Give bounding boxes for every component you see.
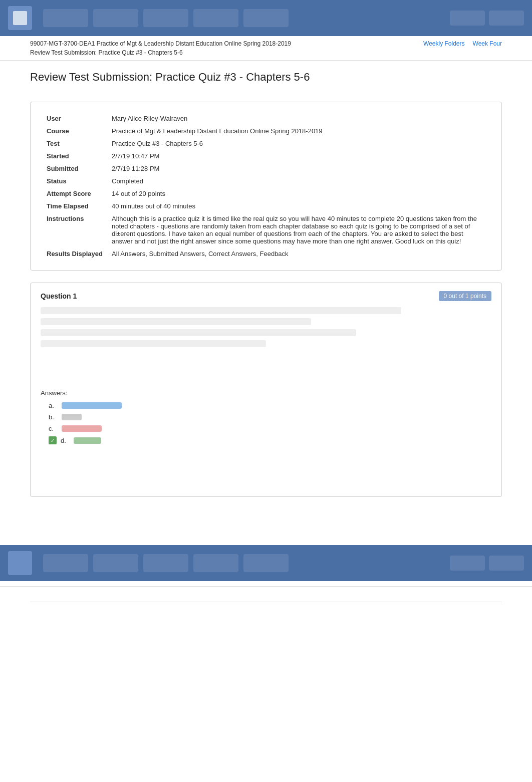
- answer-text-a: [62, 402, 122, 409]
- answer-text-b: [62, 414, 82, 420]
- results-displayed-label: Results Displayed: [43, 247, 108, 260]
- logo-icon: [13, 11, 27, 25]
- bottom-nav-item-5[interactable]: [243, 554, 289, 572]
- answer-text-c: [62, 425, 102, 432]
- bottom-nav-item-3[interactable]: [143, 554, 188, 572]
- breadcrumb-page: Review Test Submission: Practice Quiz #3…: [30, 49, 291, 56]
- main-content: Review Test Submission: Practice Quiz #3…: [0, 61, 532, 525]
- instructions-row: Instructions Although this is a practice…: [43, 212, 489, 247]
- started-label: Started: [43, 150, 108, 162]
- time-elapsed-value: 40 minutes out of 40 minutes: [108, 200, 489, 212]
- status-label: Status: [43, 175, 108, 187]
- bottom-nav-right: [450, 556, 524, 571]
- time-elapsed-label: Time Elapsed: [43, 200, 108, 212]
- answer-item-c: c.: [49, 425, 491, 432]
- answer-letter-a: a.: [49, 402, 58, 409]
- question-1-score-badge: 0 out of 1 points: [439, 291, 491, 301]
- top-navigation: [0, 0, 532, 36]
- nav-right: [450, 11, 524, 26]
- status-row: Status Completed: [43, 175, 489, 187]
- bottom-nav-item-4[interactable]: [193, 554, 238, 572]
- footer-divider: [30, 602, 502, 602]
- user-label: User: [43, 112, 108, 125]
- question-1-header: Question 1 0 out of 1 points: [41, 291, 491, 301]
- bottom-nav-item-2[interactable]: [93, 554, 138, 572]
- selected-indicator: ✓: [49, 436, 57, 444]
- started-value: 2/7/19 10:47 PM: [108, 150, 489, 162]
- instructions-value: Although this is a practice quiz it is t…: [108, 212, 489, 247]
- weekly-folders-link[interactable]: Weekly Folders: [423, 40, 464, 47]
- logo[interactable]: [8, 6, 32, 30]
- answers-section: Answers: a. b. c.: [41, 389, 491, 444]
- nav-item-2[interactable]: [93, 9, 138, 27]
- answer-letter-d: d.: [61, 437, 70, 444]
- instructions-label: Instructions: [43, 212, 108, 247]
- nav-item-3[interactable]: [143, 9, 188, 27]
- course-value: Practice of Mgt & Leadership Distant Edu…: [108, 125, 489, 137]
- question-text-line-2: [41, 318, 311, 325]
- answer-list: a. b. c. ✓ d.: [49, 402, 491, 444]
- breadcrumb-bar: 99007-MGT-3700-DEA1 Practice of Mgt & Le…: [0, 36, 532, 61]
- answer-item-b: b.: [49, 413, 491, 421]
- submission-info-table: User Mary Alice Riley-Walraven Course Pr…: [43, 112, 489, 260]
- bottom-nav-right-item-2[interactable]: [489, 556, 524, 571]
- attempt-score-row: Attempt Score 14 out of 20 points: [43, 187, 489, 200]
- time-elapsed-row: Time Elapsed 40 minutes out of 40 minute…: [43, 200, 489, 212]
- answer-item-a: a.: [49, 402, 491, 409]
- breadcrumb-right: Weekly Folders Week Four: [423, 40, 502, 47]
- bottom-nav-right-item-1[interactable]: [450, 556, 485, 571]
- nav-right-item-2[interactable]: [489, 11, 524, 26]
- started-row: Started 2/7/19 10:47 PM: [43, 150, 489, 162]
- nav-item-4[interactable]: [193, 9, 238, 27]
- results-displayed-row: Results Displayed All Answers, Submitted…: [43, 247, 489, 260]
- course-row: Course Practice of Mgt & Leadership Dist…: [43, 125, 489, 137]
- status-value: Completed: [108, 175, 489, 187]
- answer-item-d: ✓ d.: [49, 436, 491, 444]
- question-1-section: Question 1 0 out of 1 points Answers: a.…: [30, 283, 502, 497]
- nav-item-5[interactable]: [243, 9, 289, 27]
- course-label: Course: [43, 125, 108, 137]
- bottom-nav-items: [43, 554, 444, 572]
- footer: [0, 586, 532, 627]
- nav-right-item-1[interactable]: [450, 11, 485, 26]
- answers-label: Answers:: [41, 389, 491, 397]
- answer-letter-b: b.: [49, 413, 58, 421]
- breadcrumb-left: 99007-MGT-3700-DEA1 Practice of Mgt & Le…: [30, 40, 291, 56]
- test-value: Practice Quiz #3 - Chapters 5-6: [108, 137, 489, 150]
- question-text-line-1: [41, 307, 401, 314]
- bottom-navigation: [0, 545, 532, 581]
- page-title: Review Test Submission: Practice Quiz #3…: [30, 71, 502, 90]
- submitted-row: Submitted 2/7/19 11:28 PM: [43, 162, 489, 175]
- question-text-line-4: [41, 340, 266, 347]
- nav-items: [43, 9, 444, 27]
- attempt-score-value: 14 out of 20 points: [108, 187, 489, 200]
- answer-text-d: [74, 437, 101, 444]
- user-value: Mary Alice Riley-Walraven: [108, 112, 489, 125]
- user-row: User Mary Alice Riley-Walraven: [43, 112, 489, 125]
- submission-info-box: User Mary Alice Riley-Walraven Course Pr…: [30, 102, 502, 271]
- question-text-line-3: [41, 329, 356, 336]
- attempt-score-label: Attempt Score: [43, 187, 108, 200]
- week-four-link[interactable]: Week Four: [473, 40, 502, 47]
- nav-item-1[interactable]: [43, 9, 88, 27]
- results-displayed-value: All Answers, Submitted Answers, Correct …: [108, 247, 489, 260]
- bottom-nav-item-1[interactable]: [43, 554, 88, 572]
- test-row: Test Practice Quiz #3 - Chapters 5-6: [43, 137, 489, 150]
- submitted-value: 2/7/19 11:28 PM: [108, 162, 489, 175]
- question-1-number: Question 1: [41, 292, 77, 300]
- submitted-label: Submitted: [43, 162, 108, 175]
- test-label: Test: [43, 137, 108, 150]
- answer-letter-c: c.: [49, 425, 58, 432]
- breadcrumb-course: 99007-MGT-3700-DEA1 Practice of Mgt & Le…: [30, 40, 291, 47]
- bottom-logo[interactable]: [8, 551, 32, 575]
